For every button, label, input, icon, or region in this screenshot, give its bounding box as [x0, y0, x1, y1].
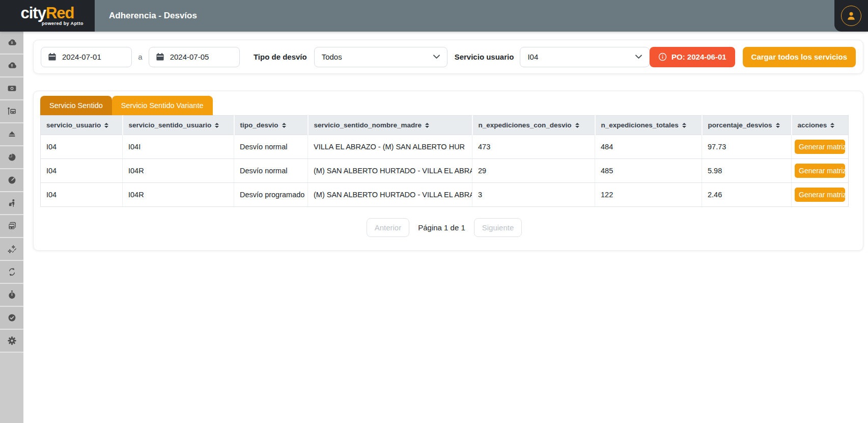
calendar-icon: [48, 52, 57, 61]
cell-tipo-desvio: Desvío programado: [234, 183, 308, 207]
app-window: cityRed powered by Aptto Adherencia - De…: [0, 0, 868, 423]
po-button[interactable]: PO: 2024-06-01: [650, 47, 735, 67]
calendar-icon: [156, 52, 164, 61]
col-servicio-sentido-nombre-madre[interactable]: servicio_sentido_nombre_madre: [308, 116, 472, 135]
pagination-next-button[interactable]: Siguiente: [474, 218, 522, 237]
cell-tipo-desvio: Desvío normal: [234, 135, 308, 159]
logo-tagline: powered by Aptto: [42, 21, 83, 26]
sort-icon: [830, 123, 834, 128]
desvios-table: servicio_usuario servicio_sentido_usuari…: [40, 115, 849, 207]
sidebar: [0, 32, 23, 423]
generar-matriz-button[interactable]: Generar matriz: [795, 164, 845, 178]
sidebar-item-settings[interactable]: [0, 330, 23, 353]
col-porcentaje-desvios[interactable]: porcentaje_desvios: [702, 116, 792, 135]
col-n-expediciones-totales[interactable]: n_expediciones_totales: [595, 116, 702, 135]
col-n-expediciones-con-desvio[interactable]: n_expediciones_con_desvio: [472, 116, 595, 135]
cell-nombre-madre: (M) SAN ALBERTO HURTADO - VILLA EL ABRAZ: [308, 159, 472, 183]
sidebar-item-person-box[interactable]: [0, 192, 23, 215]
servicio-usuario-label: Servicio usuario: [455, 52, 514, 61]
user-icon: [846, 10, 857, 21]
table-row: I04 I04R Desvío programado (M) SAN ALBER…: [41, 183, 849, 207]
sidebar-item-stopwatch[interactable]: [0, 284, 23, 307]
sparkles-icon: [7, 244, 17, 254]
main-content: 2024-07-01 a 2024-07-05 Tipo de desvío T…: [23, 32, 868, 423]
speedometer-icon: [7, 175, 17, 186]
sidebar-item-eject[interactable]: [0, 123, 23, 146]
stopwatch-icon: [7, 289, 17, 300]
sidebar-item-bus[interactable]: [0, 215, 23, 238]
servicio-usuario-select[interactable]: I04: [520, 47, 650, 67]
bus-stop-icon: [7, 106, 17, 117]
tab-servicio-sentido[interactable]: Servicio Sentido: [40, 96, 112, 115]
page-title: Adherencia - Desvíos: [109, 11, 197, 21]
cell-acciones: Generar matriz: [792, 183, 849, 207]
date-to-input[interactable]: 2024-07-05: [149, 47, 240, 67]
sidebar-item-cloud-download[interactable]: [0, 32, 23, 55]
logo-text: cityRed: [21, 6, 74, 20]
table-header-row: servicio_usuario servicio_sentido_usuari…: [41, 116, 849, 135]
generar-matriz-button[interactable]: Generar matriz: [795, 140, 845, 154]
date-range-separator: a: [138, 52, 142, 61]
cell-servicio-sentido-usuario: I04R: [123, 159, 234, 183]
info-icon: [658, 52, 667, 61]
cell-servicio-usuario: I04: [41, 183, 123, 207]
cityred-logo[interactable]: cityRed powered by Aptto: [0, 0, 95, 32]
sort-icon: [104, 123, 108, 128]
col-acciones[interactable]: acciones: [792, 116, 849, 135]
sort-icon: [215, 123, 219, 128]
header-bar: cityRed powered by Aptto Adherencia - De…: [0, 0, 868, 32]
pagination: Anterior Página 1 de 1 Siguiente: [40, 218, 848, 237]
chevron-down-icon: [433, 55, 440, 59]
cell-porcentaje: 97.73: [702, 135, 792, 159]
sort-icon: [282, 123, 286, 128]
filter-bar: 2024-07-01 a 2024-07-05 Tipo de desvío T…: [33, 40, 863, 74]
user-menu-button[interactable]: [834, 0, 868, 32]
cell-con-desvio: 473: [472, 135, 595, 159]
images-icon: [7, 83, 17, 94]
cell-servicio-sentido-usuario: I04I: [123, 135, 234, 159]
date-from-value: 2024-07-01: [62, 52, 101, 61]
cell-servicio-usuario: I04: [41, 159, 123, 183]
sidebar-item-speedometer[interactable]: [0, 169, 23, 192]
cell-totales: 122: [595, 183, 702, 207]
sidebar-item-check-circle[interactable]: [0, 307, 23, 330]
po-button-label: PO: 2024-06-01: [671, 52, 726, 61]
col-servicio-sentido-usuario[interactable]: servicio_sentido_usuario: [123, 116, 234, 135]
gear-icon: [7, 335, 17, 346]
sidebar-item-sparkles[interactable]: [0, 238, 23, 261]
col-tipo-desvio[interactable]: tipo_desvio: [234, 116, 308, 135]
servicio-usuario-value: I04: [527, 52, 538, 61]
date-from-input[interactable]: 2024-07-01: [41, 47, 132, 67]
tipo-desvio-select[interactable]: Todos: [314, 47, 447, 67]
sidebar-item-cloud-upload[interactable]: [0, 55, 23, 77]
sort-icon: [575, 123, 579, 128]
pie-chart-icon: [7, 152, 17, 163]
sidebar-item-pie-chart[interactable]: [0, 146, 23, 169]
results-panel: Servicio Sentido Servicio Sentido Varian…: [33, 91, 863, 251]
table-row: I04 I04I Desvío normal VILLA EL ABRAZO -…: [41, 135, 849, 159]
sidebar-item-sync[interactable]: [0, 261, 23, 284]
sidebar-item-bus-stop[interactable]: [0, 100, 23, 123]
sidebar-item-images[interactable]: [0, 77, 23, 100]
cell-porcentaje: 2.46: [702, 183, 792, 207]
cell-totales: 484: [595, 135, 702, 159]
col-servicio-usuario[interactable]: servicio_usuario: [41, 116, 123, 135]
cell-porcentaje: 5.98: [702, 159, 792, 183]
cell-servicio-usuario: I04: [41, 135, 123, 159]
cell-con-desvio: 29: [472, 159, 595, 183]
sort-icon: [425, 123, 429, 128]
tab-bar: Servicio Sentido Servicio Sentido Varian…: [40, 96, 856, 115]
cell-acciones: Generar matriz: [792, 159, 849, 183]
generar-matriz-button[interactable]: Generar matriz: [795, 188, 845, 202]
cell-totales: 485: [595, 159, 702, 183]
person-box-icon: [7, 198, 17, 208]
tipo-desvio-label: Tipo de desvío: [254, 52, 307, 61]
sort-icon: [682, 123, 686, 128]
tab-servicio-sentido-variante[interactable]: Servicio Sentido Variante: [112, 96, 213, 115]
pagination-status: Página 1 de 1: [418, 223, 465, 232]
cloud-upload-icon: [7, 60, 17, 71]
sync-icon: [7, 267, 17, 277]
pagination-prev-button[interactable]: Anterior: [367, 218, 410, 237]
cloud-download-icon: [7, 37, 17, 48]
cargar-servicios-button[interactable]: Cargar todos los servicios: [743, 47, 856, 67]
